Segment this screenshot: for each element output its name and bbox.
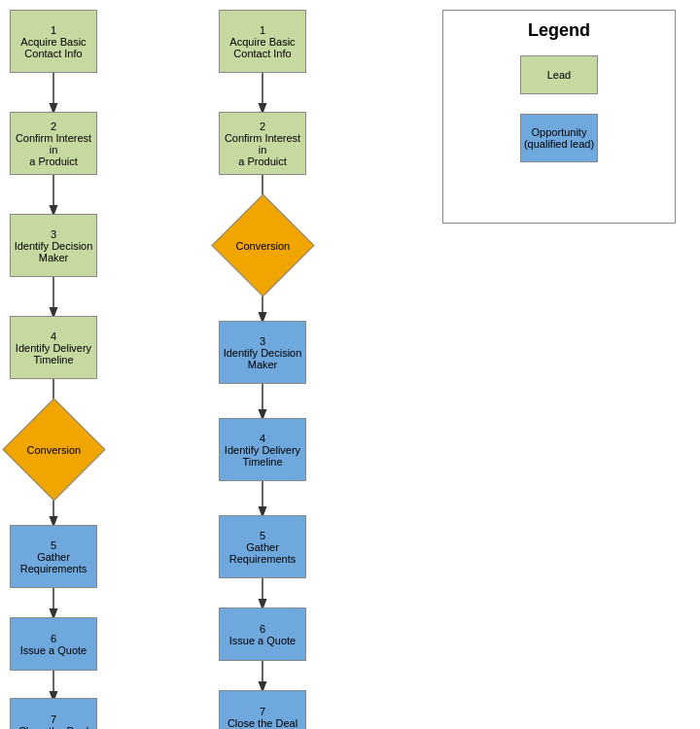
flow2-node3: 3 Identify Decision Maker [219, 321, 306, 384]
flow1-conversion-label: Conversion [27, 443, 82, 455]
flow1-node6: 6 Issue a Quote [10, 617, 97, 671]
flow2-node5-label: 5 Gather Requirements [229, 530, 296, 565]
legend-opportunity-swatch: Opportunity (qualified lead) [520, 114, 598, 162]
flow2-node7-label: 7 Close the Deal [228, 706, 298, 729]
flow2-node5: 5 Gather Requirements [219, 515, 306, 578]
flow2-node2-label: 2 Confirm Interest in a Produict [220, 121, 305, 167]
flow1-node5: 5 Gather Requirements [10, 525, 97, 588]
flow1-node3: 3 Identify Decision Maker [10, 214, 97, 277]
legend-title: Legend [458, 20, 660, 41]
legend-lead-label: Lead [547, 69, 571, 81]
diagram-container: 1 Acquire Basic Contact Info 2 Confirm I… [0, 0, 700, 729]
flow1-node1-label: 1 Acquire Basic Contact Info [20, 24, 86, 59]
flow2-node2: 2 Confirm Interest in a Produict [219, 112, 306, 175]
flow1-node2: 2 Confirm Interest in a Produict [10, 112, 97, 175]
flow2-node7: 7 Close the Deal [219, 690, 306, 729]
flow2-node1: 1 Acquire Basic Contact Info [219, 10, 306, 73]
flow2-node6-label: 6 Issue a Quote [229, 623, 297, 646]
flow1-node1: 1 Acquire Basic Contact Info [10, 10, 97, 73]
flow2-node3-label: 3 Identify Decision Maker [224, 335, 302, 370]
legend-lead-item: Lead [458, 55, 660, 94]
flow1-node2-label: 2 Confirm Interest in a Produict [11, 121, 96, 167]
flow1-node6-label: 6 Issue a Quote [20, 633, 88, 656]
flow1-node5-label: 5 Gather Requirements [20, 539, 87, 574]
flow1-node3-label: 3 Identify Decision Maker [15, 228, 93, 263]
flow1-node4-label: 4 Identify Delivery Timeline [16, 330, 91, 365]
legend-lead-swatch: Lead [520, 55, 598, 94]
legend-opportunity-label: Opportunity (qualified lead) [524, 126, 594, 150]
flow1-conversion: Conversion [2, 398, 105, 501]
flow2-node1-label: 1 Acquire Basic Contact Info [229, 24, 295, 59]
flow1-node4: 4 Identify Delivery Timeline [10, 316, 97, 379]
flow2-node4-label: 4 Identify Delivery Timeline [225, 433, 300, 468]
flow2-conversion-label: Conversion [236, 239, 291, 251]
legend-opportunity-item: Opportunity (qualified lead) [458, 114, 660, 162]
flow2-conversion: Conversion [211, 193, 314, 296]
legend-box: Legend Lead Opportunity (qualified lead) [442, 10, 676, 224]
flow2-node4: 4 Identify Delivery Timeline [219, 418, 306, 481]
flow1-node7-label: 7 Close the Deal [18, 713, 88, 730]
flow2-node6: 6 Issue a Quote [219, 608, 306, 661]
flow1-node7: 7 Close the Deal [10, 698, 97, 729]
